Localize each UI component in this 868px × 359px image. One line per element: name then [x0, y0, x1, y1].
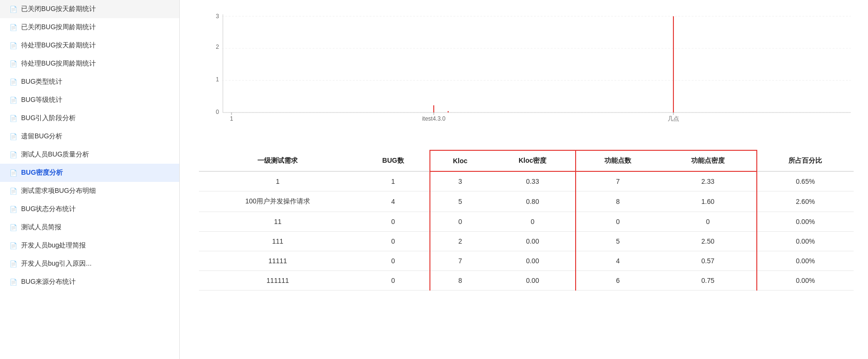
doc-icon: 📄: [10, 24, 17, 31]
doc-icon: 📄: [10, 42, 17, 49]
svg-text:2: 2: [216, 44, 219, 50]
th-req: 一级测试需求: [199, 150, 357, 171]
sidebar-item-label: 待处理BUG按周龄期统计: [21, 59, 96, 68]
cell-percent: 0.00%: [757, 271, 854, 291]
sidebar-item-label: 测试需求项BUG分布明细: [21, 187, 96, 195]
sidebar-item-label: 已关闭BUG按周龄期统计: [21, 23, 96, 32]
cell-bug_count: 0: [357, 212, 430, 232]
main-content: 0 1 2 3 1 ite: [180, 0, 868, 359]
cell-percent: 0.00%: [757, 251, 854, 271]
cell-percent: 0.00%: [757, 212, 854, 232]
cell-bug_count: 4: [357, 191, 430, 212]
cell-kloc: 0: [430, 212, 489, 232]
cell-func_point: 7: [576, 171, 660, 191]
cell-percent: 0.65%: [757, 171, 854, 191]
cell-kloc: 3: [430, 171, 489, 191]
sidebar-item-label: 已关闭BUG按天龄期统计: [21, 5, 96, 13]
cell-func_point: 4: [576, 251, 660, 271]
cell-kloc_density: 0.00: [490, 271, 576, 291]
doc-icon: 📄: [10, 224, 17, 231]
chart-svg: 0 1 2 3 1 ite: [199, 10, 860, 134]
table-row: 11111070.0040.570.00%: [199, 251, 854, 271]
svg-text:几点: 几点: [668, 115, 679, 122]
sidebar-item-label: 待处理BUG按天龄期统计: [21, 41, 96, 50]
sidebar-item-bug-source-dist[interactable]: 📄BUG来源分布统计: [0, 273, 179, 291]
cell-kloc_density: 0.80: [490, 191, 576, 212]
cell-func_density: 2.50: [660, 232, 756, 251]
cell-req: 11: [199, 212, 357, 232]
cell-func_density: 0.57: [660, 251, 756, 271]
cell-kloc_density: 0.00: [490, 251, 576, 271]
th-bug_count: BUG数: [357, 150, 430, 171]
sidebar-item-bug-status-dist[interactable]: 📄BUG状态分布统计: [0, 200, 179, 218]
doc-icon: 📄: [10, 97, 17, 104]
doc-icon: 📄: [10, 206, 17, 213]
sidebar-item-pending-bug-weekly[interactable]: 📄待处理BUG按周龄期统计: [0, 55, 179, 73]
sidebar-item-tester-bug-quality[interactable]: 📄测试人员BUG质量分析: [0, 146, 179, 164]
cell-percent: 2.60%: [757, 191, 854, 212]
cell-percent: 0.00%: [757, 232, 854, 251]
table-row: 11000000.00%: [199, 212, 854, 232]
sidebar-item-test-req-bug-detail[interactable]: 📄测试需求项BUG分布明细: [0, 182, 179, 200]
cell-req: 111111: [199, 271, 357, 291]
sidebar-item-closed-bug-weekly[interactable]: 📄已关闭BUG按周龄期统计: [0, 18, 179, 36]
cell-req: 11111: [199, 251, 357, 271]
cell-func_point: 6: [576, 271, 660, 291]
table-row: 111020.0052.500.00%: [199, 232, 854, 251]
th-func_point: 功能点数: [576, 150, 660, 171]
sidebar-item-tester-brief[interactable]: 📄测试人员简报: [0, 218, 179, 236]
sidebar-item-dev-bug-brief[interactable]: 📄开发人员bug处理简报: [0, 236, 179, 255]
th-func_density: 功能点密度: [660, 150, 756, 171]
sidebar-item-bug-level[interactable]: 📄BUG等级统计: [0, 91, 179, 109]
sidebar-item-label: 遗留BUG分析: [21, 132, 62, 141]
doc-icon: 📄: [10, 279, 17, 286]
cell-kloc_density: 0: [490, 212, 576, 232]
doc-icon: 📄: [10, 260, 17, 268]
doc-icon: 📄: [10, 151, 17, 158]
table-row: 100用户并发操作请求450.8081.602.60%: [199, 191, 854, 212]
cell-func_point: 8: [576, 191, 660, 212]
doc-icon: 📄: [10, 6, 17, 13]
doc-icon: 📄: [10, 242, 17, 249]
th-kloc: Kloc: [430, 150, 489, 171]
cell-kloc: 7: [430, 251, 489, 271]
cell-bug_count: 0: [357, 271, 430, 291]
cell-req: 1: [199, 171, 357, 191]
cell-kloc_density: 0.33: [490, 171, 576, 191]
data-table: 一级测试需求BUG数KlocKloc密度功能点数功能点密度所占百分比 1130.…: [199, 150, 854, 291]
sidebar-item-pending-bug-age[interactable]: 📄待处理BUG按天龄期统计: [0, 36, 179, 55]
sidebar-item-label: BUG密度分析: [21, 168, 63, 177]
sidebar-item-label: BUG等级统计: [21, 96, 62, 104]
doc-icon: 📄: [10, 115, 17, 122]
table-row: 1130.3372.330.65%: [199, 171, 854, 191]
sidebar-item-bug-type[interactable]: 📄BUG类型统计: [0, 73, 179, 91]
sidebar-item-label: BUG引入阶段分析: [21, 114, 76, 123]
cell-bug_count: 1: [357, 171, 430, 191]
cell-func_point: 0: [576, 212, 660, 232]
cell-kloc: 5: [430, 191, 489, 212]
sidebar-item-bug-density[interactable]: 📄BUG密度分析: [0, 164, 179, 182]
sidebar-item-residual-bug[interactable]: 📄遗留BUG分析: [0, 127, 179, 146]
doc-icon: 📄: [10, 79, 17, 86]
svg-text:itest4.3.0: itest4.3.0: [422, 115, 446, 122]
cell-req: 111: [199, 232, 357, 251]
doc-icon: 📄: [10, 169, 17, 177]
sidebar-item-bug-intro-stage[interactable]: 📄BUG引入阶段分析: [0, 109, 179, 127]
sidebar-item-closed-bug-age[interactable]: 📄已关闭BUG按天龄期统计: [0, 0, 179, 18]
svg-text:1: 1: [230, 115, 233, 122]
cell-kloc: 8: [430, 271, 489, 291]
doc-icon: 📄: [10, 133, 17, 140]
sidebar-item-label: 开发人员bug处理简报: [21, 241, 86, 250]
doc-icon: 📄: [10, 60, 17, 67]
th-kloc_density: Kloc密度: [490, 150, 576, 171]
svg-text:1: 1: [216, 76, 219, 83]
sidebar-item-dev-bug-intro[interactable]: 📄开发人员bug引入原因...: [0, 255, 179, 273]
cell-func_density: 0.75: [660, 271, 756, 291]
cell-func_density: 2.33: [660, 171, 756, 191]
sidebar: 📄已关闭BUG按天龄期统计📄已关闭BUG按周龄期统计📄待处理BUG按天龄期统计📄…: [0, 0, 180, 359]
svg-text:3: 3: [216, 13, 219, 20]
th-percent: 所占百分比: [757, 150, 854, 171]
doc-icon: 📄: [10, 188, 17, 195]
sidebar-item-label: BUG类型统计: [21, 78, 62, 86]
sidebar-item-label: 开发人员bug引入原因...: [21, 259, 92, 268]
